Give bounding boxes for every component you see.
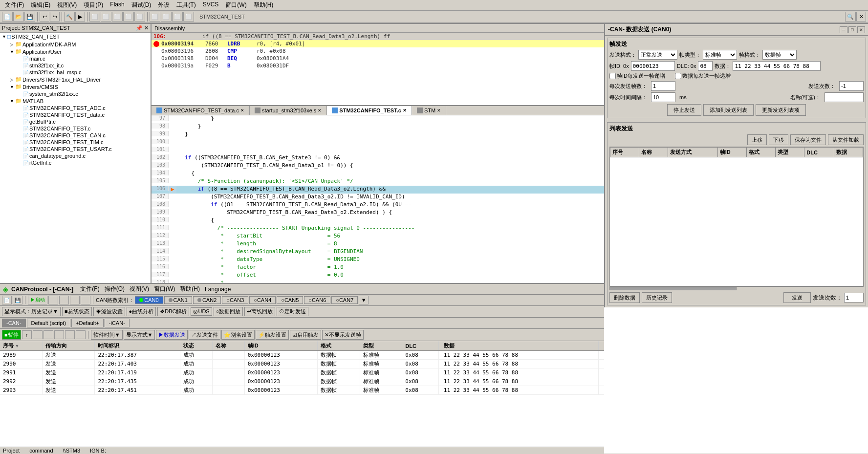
file-menu[interactable]: 文件(F) xyxy=(2,0,27,10)
tb-can3[interactable] xyxy=(70,296,80,304)
channel-tab-can7[interactable]: ○CAN7 xyxy=(331,296,358,304)
pause-btn[interactable]: ■暂停 xyxy=(2,330,21,340)
tree-item-hal[interactable]: ▷ 📁 Drivers/STM32F1xx_HAL_Driver xyxy=(0,76,151,83)
svcs-menu[interactable]: SVCS xyxy=(200,0,222,10)
tools-menu[interactable]: 工具(T) xyxy=(174,0,198,10)
add-to-list-btn[interactable]: 添加到发送列表 xyxy=(703,104,754,116)
tree-item-msp[interactable]: 📄 stm32f1xx_hal_msp.c xyxy=(0,69,151,76)
peripherals-menu[interactable]: 外设 xyxy=(155,0,173,10)
cb-data-label[interactable]: 数据每发送一帧递增 xyxy=(675,72,731,80)
debug-menu[interactable]: 调试(D) xyxy=(129,0,154,10)
trigger-btn[interactable]: ⚡触发设置 xyxy=(256,330,289,340)
send-times-input[interactable] xyxy=(839,81,864,91)
name-input[interactable] xyxy=(825,92,864,102)
can-file-menu[interactable]: 文件(F) xyxy=(78,284,101,294)
tree-item-main[interactable]: 📄 main.c xyxy=(0,55,151,62)
send-count-input[interactable] xyxy=(651,81,675,91)
tab-main-c[interactable]: STM32CANFIFO_TEST.c ✕ xyxy=(327,106,412,115)
project-menu[interactable]: 项目(P) xyxy=(81,0,106,10)
can-tab-script[interactable]: Default (script) xyxy=(27,319,71,327)
send-count2-input[interactable] xyxy=(844,293,864,303)
tb-can2[interactable] xyxy=(59,296,69,304)
tb6[interactable]: ⬜ xyxy=(150,12,160,22)
tree-item-adc[interactable]: 📄 STM32CANFIFO_TEST_ADC.c xyxy=(0,105,151,111)
tb3[interactable]: ⬜ xyxy=(112,12,123,22)
stop-send-btn[interactable]: 停止发送 xyxy=(667,104,701,116)
filter-btn[interactable]: ◈滤波设置 xyxy=(93,307,125,316)
panel-minimize-btn[interactable]: ─ xyxy=(840,26,847,33)
tab-startup-s[interactable]: startup_stm32f103xe.s ✕ xyxy=(250,106,327,115)
frame-type-select[interactable]: 标准帧 xyxy=(703,50,737,60)
tb2[interactable]: ⬜ xyxy=(101,12,111,22)
display-mode-btn[interactable]: 显示模式：历史记录▼ xyxy=(2,307,61,316)
sub-tb1[interactable]: ↑ xyxy=(22,330,32,339)
frame-id-input[interactable] xyxy=(631,61,675,71)
window-menu[interactable]: 窗口(W) xyxy=(222,0,249,10)
panel-close-btn[interactable]: ✕ xyxy=(857,26,865,33)
open-btn[interactable]: 📂 xyxy=(13,12,24,22)
tree-item-rtinf[interactable]: 📄 rtGetInf.c xyxy=(0,159,151,166)
undo-btn[interactable]: ↩ xyxy=(40,12,49,22)
close-all-btn[interactable]: ✕ xyxy=(856,12,866,22)
save-file-btn[interactable]: 保存为文件 xyxy=(790,134,826,145)
replay-btn[interactable]: ○数据回放 xyxy=(214,307,243,316)
data-send-btn[interactable]: ▶数据发送 xyxy=(156,330,188,340)
sw-time-btn[interactable]: 软件时间▼ xyxy=(91,330,123,340)
sub-tb3[interactable] xyxy=(43,330,53,339)
start-btn[interactable]: ▶启动 xyxy=(28,296,47,304)
display-mode-btn2[interactable]: 显示方式▼ xyxy=(124,330,155,340)
sub-tb6[interactable] xyxy=(76,330,86,339)
debug-btn[interactable]: ▶ xyxy=(75,12,85,22)
edit-menu[interactable]: 编辑(E) xyxy=(28,0,53,10)
help-menu[interactable]: 帮助(H) xyxy=(251,0,277,10)
enable-trigger-btn[interactable]: ☑启用触发 xyxy=(290,330,321,340)
tree-item-root[interactable]: ▼ □ STM32_CAN_TEST xyxy=(0,33,151,41)
tb8[interactable]: ⬜ xyxy=(172,12,183,22)
cb-id-label[interactable]: 帧ID每发送一帧递增 xyxy=(609,72,665,80)
alias-btn[interactable]: ⭐别名设置 xyxy=(221,330,255,340)
send-btn[interactable]: 发送 xyxy=(783,292,811,303)
curve-btn[interactable]: ●曲线分析 xyxy=(127,307,156,316)
save-btn[interactable]: 💾 xyxy=(24,12,35,22)
move-down-btn[interactable]: 下移 xyxy=(769,134,788,145)
tb-save-can[interactable]: 💾 xyxy=(13,296,22,304)
redo-btn[interactable]: ↪ xyxy=(50,12,60,22)
dlc-input[interactable] xyxy=(698,61,713,71)
table-row[interactable]: 2993 发送 22:20:17.451 成功 0x00000123 数据帧 标… xyxy=(0,386,604,395)
tree-item-can[interactable]: 📄 STM32CANFIFO_TEST_CAN.c xyxy=(0,132,151,139)
tb-can1[interactable] xyxy=(48,296,58,304)
send-file-btn[interactable]: ↗发送文件 xyxy=(189,330,220,340)
move-up-btn[interactable]: 上移 xyxy=(747,134,767,145)
dbc-btn[interactable]: ❖DBC解析 xyxy=(157,307,189,316)
channel-tab-can3[interactable]: ○CAN3 xyxy=(222,296,248,304)
tb9[interactable]: ⬜ xyxy=(183,12,194,22)
can-window-menu[interactable]: 窗口(W) xyxy=(152,284,177,294)
build-btn[interactable]: 🔨 xyxy=(64,12,75,22)
load-file-btn[interactable]: 从文件加载 xyxy=(828,134,864,145)
tree-item-it[interactable]: 📄 stm32f1xx_it.c xyxy=(0,62,151,69)
table-row[interactable]: 2991 发送 22:20:17.419 成功 0x00000123 数据帧 标… xyxy=(0,368,604,377)
tree-item-data[interactable]: 📄 STM32CANFIFO_TEST_data.c xyxy=(0,111,151,118)
tree-item-main2[interactable]: 📄 STM32CANFIFO_TEST.c xyxy=(0,125,151,132)
project-pin-btn[interactable]: 📌 ✕ xyxy=(136,25,149,31)
channel-tab-can5[interactable]: ○CAN5 xyxy=(277,296,303,304)
tb4[interactable]: ⬜ xyxy=(123,12,134,22)
frame-format-select[interactable]: 数据帧 xyxy=(762,50,797,60)
table-row[interactable]: 2992 发送 22:20:17.435 成功 0x00000123 数据帧 标… xyxy=(0,377,604,386)
tree-item-matlab[interactable]: ▼ 📁 MATLAB xyxy=(0,97,151,105)
tree-item-tim[interactable]: 📄 STM32CANFIFO_TEST_TIM.c xyxy=(0,139,151,146)
timer-btn[interactable]: ⏲定时发送 xyxy=(277,307,308,316)
interval-input[interactable] xyxy=(651,92,675,102)
sub-tb5[interactable] xyxy=(65,330,75,339)
view-menu[interactable]: 视图(V) xyxy=(54,0,80,10)
update-list-btn[interactable]: 更新发送列表项 xyxy=(756,104,806,116)
data-input[interactable] xyxy=(733,61,821,71)
channel-tab-can6[interactable]: ○CAN6 xyxy=(304,296,330,304)
tb1[interactable]: ⬜ xyxy=(89,12,100,22)
can-op-menu[interactable]: 操作(O) xyxy=(103,284,127,294)
cb-id-checkbox[interactable] xyxy=(609,73,616,79)
can-help-menu[interactable]: 帮助(H) xyxy=(178,284,202,294)
can-tab-default[interactable]: +Default+ xyxy=(71,319,104,327)
uds-btn[interactable]: ◎UDS xyxy=(191,307,212,316)
sub-tb4[interactable] xyxy=(54,330,64,339)
